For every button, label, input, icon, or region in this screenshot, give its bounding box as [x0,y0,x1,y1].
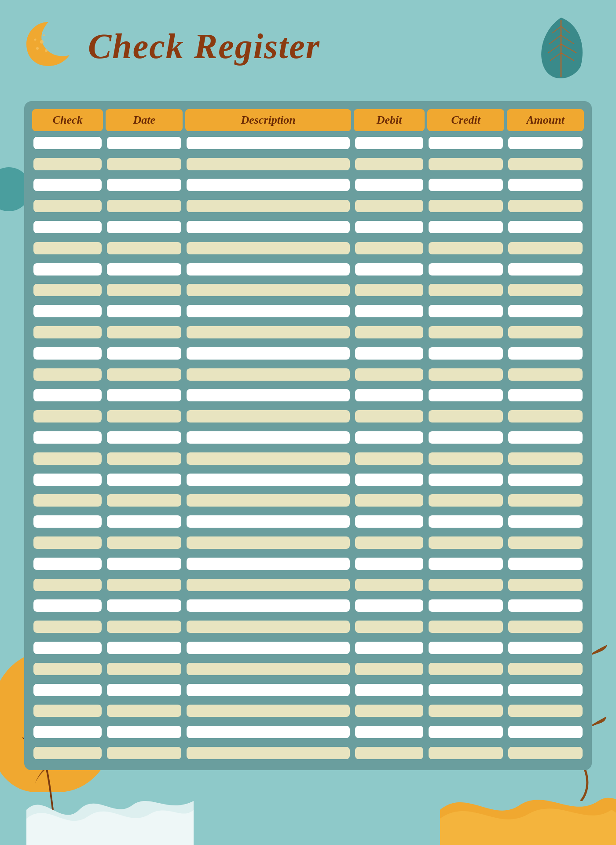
table-cell[interactable] [354,492,425,510]
table-cell[interactable] [32,281,103,300]
table-cell[interactable] [106,134,183,152]
table-cell[interactable] [427,681,504,699]
table-cell[interactable] [354,260,425,279]
table-cell[interactable] [507,702,584,720]
table-cell[interactable] [507,365,584,384]
table-cell[interactable] [354,533,425,552]
table-cell[interactable] [106,155,183,173]
table-cell[interactable] [32,344,103,363]
table-cell[interactable] [106,449,183,468]
table-cell[interactable] [185,576,351,594]
table-cell[interactable] [507,344,584,363]
table-cell[interactable] [185,323,351,342]
table-cell[interactable] [185,723,351,741]
table-cell[interactable] [185,617,351,636]
table-cell[interactable] [507,681,584,699]
table-cell[interactable] [185,176,351,195]
table-cell[interactable] [507,386,584,405]
table-cell[interactable] [32,744,103,762]
table-cell[interactable] [507,512,584,531]
table-cell[interactable] [106,512,183,531]
table-cell[interactable] [354,218,425,236]
table-cell[interactable] [32,302,103,320]
table-cell[interactable] [427,281,504,300]
table-cell[interactable] [507,617,584,636]
table-cell[interactable] [507,218,584,236]
table-cell[interactable] [354,176,425,195]
table-cell[interactable] [507,260,584,279]
table-cell[interactable] [507,281,584,300]
table-cell[interactable] [106,681,183,699]
table-cell[interactable] [354,449,425,468]
table-cell[interactable] [354,597,425,615]
table-cell[interactable] [32,597,103,615]
table-cell[interactable] [106,533,183,552]
table-cell[interactable] [32,660,103,678]
table-cell[interactable] [427,660,504,678]
table-cell[interactable] [427,155,504,173]
table-cell[interactable] [106,723,183,741]
table-cell[interactable] [507,660,584,678]
table-cell[interactable] [427,449,504,468]
table-cell[interactable] [354,365,425,384]
table-cell[interactable] [32,323,103,342]
table-cell[interactable] [507,723,584,741]
table-cell[interactable] [185,197,351,215]
table-cell[interactable] [354,702,425,720]
table-cell[interactable] [185,260,351,279]
table-cell[interactable] [185,681,351,699]
table-cell[interactable] [427,723,504,741]
table-cell[interactable] [185,428,351,447]
table-cell[interactable] [32,470,103,489]
table-cell[interactable] [427,176,504,195]
table-cell[interactable] [507,197,584,215]
table-cell[interactable] [185,386,351,405]
table-cell[interactable] [185,492,351,510]
table-cell[interactable] [106,344,183,363]
table-cell[interactable] [32,218,103,236]
table-cell[interactable] [507,470,584,489]
table-cell[interactable] [185,660,351,678]
table-cell[interactable] [32,176,103,195]
table-cell[interactable] [185,239,351,257]
table-cell[interactable] [427,533,504,552]
table-cell[interactable] [354,344,425,363]
table-cell[interactable] [185,533,351,552]
table-cell[interactable] [185,344,351,363]
table-cell[interactable] [354,744,425,762]
table-cell[interactable] [106,660,183,678]
table-cell[interactable] [427,492,504,510]
table-cell[interactable] [32,492,103,510]
table-cell[interactable] [507,449,584,468]
table-cell[interactable] [354,197,425,215]
table-cell[interactable] [106,239,183,257]
table-cell[interactable] [427,365,504,384]
table-cell[interactable] [354,323,425,342]
table-cell[interactable] [106,260,183,279]
table-cell[interactable] [354,281,425,300]
table-cell[interactable] [507,302,584,320]
table-cell[interactable] [354,681,425,699]
table-cell[interactable] [354,428,425,447]
table-cell[interactable] [106,576,183,594]
table-cell[interactable] [427,323,504,342]
table-cell[interactable] [106,323,183,342]
table-cell[interactable] [32,365,103,384]
table-cell[interactable] [32,617,103,636]
table-cell[interactable] [427,576,504,594]
table-cell[interactable] [32,260,103,279]
table-cell[interactable] [106,470,183,489]
table-cell[interactable] [507,576,584,594]
table-cell[interactable] [185,555,351,573]
table-cell[interactable] [427,344,504,363]
table-cell[interactable] [354,134,425,152]
table-cell[interactable] [106,492,183,510]
table-cell[interactable] [427,260,504,279]
table-cell[interactable] [185,155,351,173]
table-cell[interactable] [427,512,504,531]
table-cell[interactable] [354,639,425,657]
table-cell[interactable] [507,555,584,573]
table-cell[interactable] [427,386,504,405]
table-cell[interactable] [354,470,425,489]
table-cell[interactable] [507,428,584,447]
